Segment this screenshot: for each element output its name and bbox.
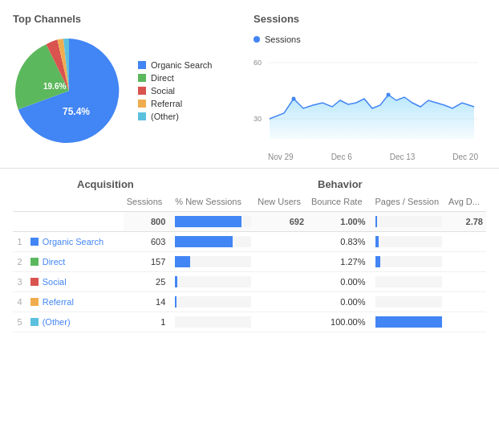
channel-icon-referral [30, 298, 39, 306]
channel-link-other[interactable]: (Other) [43, 317, 71, 327]
col-num [13, 192, 27, 212]
pie-label-outer: 19.6% [43, 82, 66, 91]
channel-link-organic[interactable]: Organic Search [43, 237, 103, 246]
top-channels-title: Top Channels [13, 13, 237, 25]
total-sessions: 800 [124, 212, 169, 232]
channel-icon-organic [30, 238, 39, 246]
y-label-60: 60 [254, 59, 262, 67]
row-num-2: 2 [13, 252, 27, 272]
channel-name-organic[interactable]: Organic Search [27, 232, 124, 252]
behavior-header: Behavior [318, 178, 486, 190]
row-num-1: 1 [13, 232, 27, 252]
sessions-direct: 157 [124, 252, 169, 272]
legend-dot-direct [138, 74, 146, 82]
new-users-social [254, 272, 307, 292]
channel-icon-other [30, 318, 39, 326]
new-users-direct [254, 252, 307, 272]
col-pct-new-header: % New Sessions [168, 192, 254, 212]
legend-label-social: Social [151, 86, 175, 96]
y-label-30: 30 [254, 115, 262, 123]
col-pages-header: Pages / Session [369, 192, 446, 212]
sessions-chart: 60 30 Nov 29 [254, 51, 486, 155]
legend-label-other: (Other) [151, 112, 179, 121]
sessions-dot-label: Sessions [254, 35, 486, 44]
channel-name-direct[interactable]: Direct [27, 252, 124, 272]
total-bar-bounce [375, 216, 378, 227]
bar-new-social [175, 276, 177, 287]
pages-direct [445, 252, 486, 272]
bar-bounce-direct [375, 256, 381, 267]
legend-item-social: Social [138, 86, 212, 96]
legend-label-referral: Referral [151, 99, 182, 108]
total-pages: 2.78 [445, 212, 486, 232]
legend-item-organic: Organic Search [138, 60, 212, 70]
bounce-organic: 0.83% [307, 232, 368, 252]
bottom-section: Acquisition Behavior Sessions % New Sess… [0, 169, 499, 342]
top-channels-panel: Top Channels [13, 13, 237, 155]
total-bounce: 1.00% [307, 212, 368, 232]
sessions-title: Sessions [254, 13, 486, 25]
bounce-other: 100.00% [307, 312, 368, 332]
col-sessions-header: Sessions [124, 192, 169, 212]
channel-name-other[interactable]: (Other) [27, 312, 124, 332]
pages-social [445, 272, 486, 292]
bar-new-direct [175, 256, 190, 267]
legend-dot-social [138, 87, 146, 95]
legend: Organic Search Direct Social Referral (O… [138, 60, 212, 121]
bar-bounce-other [375, 316, 443, 328]
pages-referral [445, 292, 486, 312]
legend-item-direct: Direct [138, 73, 212, 83]
total-new-users: 692 [254, 212, 307, 232]
sessions-point [292, 97, 296, 101]
sessions-legend-label: Sessions [265, 35, 301, 44]
new-users-other [254, 312, 307, 332]
sessions-area [270, 95, 474, 139]
sessions-dot-icon [254, 36, 260, 43]
channel-icon-direct [30, 258, 39, 266]
sessions-point [387, 93, 391, 97]
acquisition-header: Acquisition [77, 178, 318, 190]
row-num-3: 3 [13, 272, 27, 292]
sessions-organic: 603 [124, 232, 169, 252]
row-num-4: 4 [13, 292, 27, 312]
channel-link-direct[interactable]: Direct [43, 257, 66, 267]
channel-link-social[interactable]: Social [43, 277, 67, 287]
x-label-nov29: Nov 29 [268, 153, 294, 161]
channel-link-referral[interactable]: Referral [43, 297, 74, 307]
col-channel [27, 192, 124, 212]
bounce-direct: 1.27% [307, 252, 368, 272]
table-row: 1 Organic Search 603 0.83% [13, 232, 486, 252]
legend-dot-referral [138, 100, 146, 108]
new-users-referral [254, 292, 307, 312]
bar-bounce-organic [375, 236, 379, 247]
table-row: 3 Social 25 0.00% [13, 272, 486, 292]
legend-label-organic: Organic Search [151, 60, 212, 70]
data-table: Sessions % New Sessions New Users Bounce… [13, 192, 486, 332]
channel-name-social[interactable]: Social [27, 272, 124, 292]
col-bounce-header: Bounce Rate [307, 192, 368, 212]
bar-new-referral [175, 296, 176, 307]
sessions-referral: 14 [124, 292, 169, 312]
sessions-other: 1 [124, 312, 169, 332]
new-users-organic [254, 232, 307, 252]
channel-icon-social [30, 278, 39, 286]
pages-other [445, 312, 486, 332]
pages-organic [445, 232, 486, 252]
pie-label-inner: 75.4% [63, 106, 90, 117]
table-row: 5 (Other) 1 100.00% [13, 312, 486, 332]
row-num-5: 5 [13, 312, 27, 332]
chart-area: 19.6% 75.4% Organic Search Direct Social [13, 35, 237, 147]
legend-item-referral: Referral [138, 99, 212, 108]
bar-new-organic [175, 236, 232, 247]
top-section: Top Channels [0, 0, 499, 169]
x-label-dec13: Dec 13 [390, 153, 416, 161]
channel-name-referral[interactable]: Referral [27, 292, 124, 312]
legend-label-direct: Direct [151, 73, 174, 83]
col-avg-header: Avg D... [445, 192, 486, 212]
sessions-social: 25 [124, 272, 169, 292]
bounce-social: 0.00% [307, 272, 368, 292]
sessions-panel: Sessions Sessions 60 30 [254, 13, 486, 155]
bounce-referral: 0.00% [307, 292, 368, 312]
legend-item-other: (Other) [138, 112, 212, 121]
total-bar-new [175, 216, 241, 227]
